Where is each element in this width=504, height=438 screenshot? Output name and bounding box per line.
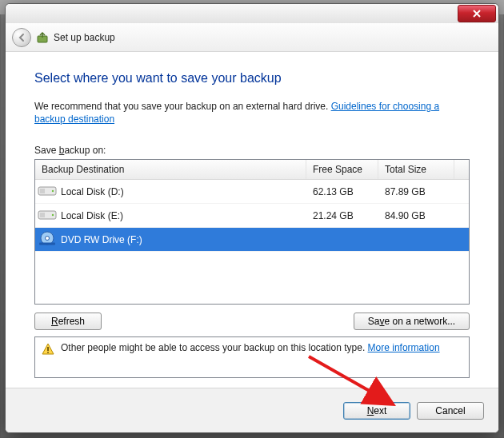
list-label: Save backup on:	[34, 145, 470, 156]
more-info-link[interactable]: More information	[368, 342, 440, 353]
info-box: Other people might be able to access you…	[34, 336, 470, 378]
page-heading: Select where you want to save your backu…	[34, 71, 470, 86]
intro-text: We recommend that you save your backup o…	[34, 101, 331, 112]
col-destination[interactable]: Backup Destination	[35, 160, 306, 179]
close-button[interactable]	[458, 5, 496, 22]
hard-drive-icon	[37, 182, 58, 201]
close-icon	[472, 9, 482, 18]
refresh-button[interactable]: Refresh	[34, 313, 102, 330]
svg-rect-9	[39, 243, 55, 245]
titlebar	[6, 4, 498, 23]
backup-icon	[36, 31, 49, 44]
drive-name: DVD RW Drive (F:)	[61, 234, 142, 245]
drive-name: Local Disk (D:)	[61, 186, 124, 197]
page-intro: We recommend that you save your backup o…	[34, 100, 470, 125]
wizard-content: Select where you want to save your backu…	[6, 52, 498, 388]
col-free-space[interactable]: Free Space	[306, 160, 378, 179]
drive-total: 84.90 GB	[378, 210, 454, 221]
wizard-footer: Next Cancel	[6, 388, 498, 432]
drive-row[interactable]: Local Disk (E:)21.24 GB84.90 GB	[35, 204, 469, 228]
info-text: Other people might be able to access you…	[61, 342, 368, 353]
cancel-button[interactable]: Cancel	[417, 402, 484, 420]
wizard-title: Set up backup	[54, 32, 115, 43]
svg-rect-2	[40, 189, 45, 193]
drive-row[interactable]: Local Disk (D:)62.13 GB87.89 GB	[35, 180, 469, 204]
back-button[interactable]	[12, 28, 31, 47]
drive-free: 62.13 GB	[306, 186, 378, 197]
info-text-wrap: Other people might be able to access you…	[61, 342, 440, 353]
list-header: Backup Destination Free Space Total Size	[35, 160, 469, 180]
drive-total: 87.89 GB	[378, 186, 454, 197]
warning-icon	[42, 343, 54, 356]
wizard-window: Set up backup Select where you want to s…	[5, 3, 499, 433]
save-network-button[interactable]: Save on a network...	[354, 313, 470, 330]
svg-point-3	[52, 190, 54, 192]
dvd-drive-icon	[37, 230, 58, 249]
svg-rect-10	[47, 347, 49, 351]
svg-rect-11	[47, 352, 49, 353]
drive-free: 21.24 GB	[306, 210, 378, 221]
drive-list[interactable]: Backup Destination Free Space Total Size…	[34, 159, 470, 305]
svg-rect-5	[40, 213, 45, 217]
drive-row-selected[interactable]: DVD RW Drive (F:)	[35, 228, 469, 252]
wizard-header: Set up backup	[6, 23, 498, 52]
next-button[interactable]: Next	[343, 402, 410, 420]
svg-point-6	[52, 214, 54, 216]
arrow-left-icon	[17, 33, 26, 42]
drive-name: Local Disk (E:)	[61, 210, 123, 221]
svg-point-8	[46, 237, 50, 241]
hard-drive-icon	[37, 206, 58, 225]
col-total-size[interactable]: Total Size	[378, 160, 454, 179]
